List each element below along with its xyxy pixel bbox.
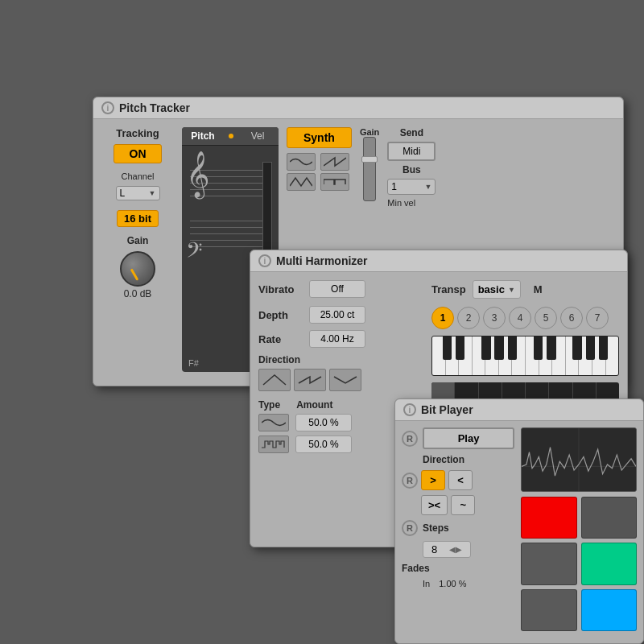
gain-col: Gain bbox=[360, 127, 379, 201]
on-button[interactable]: ON bbox=[114, 144, 162, 163]
pitch-tracker-titlebar: i Pitch Tracker bbox=[93, 97, 623, 119]
tracking-label: Tracking bbox=[116, 127, 159, 139]
min-vel-label: Min vel bbox=[387, 198, 436, 208]
play-r-badge: R bbox=[402, 431, 418, 447]
gain-slider[interactable] bbox=[363, 137, 376, 201]
channel-select[interactable]: L ▼ bbox=[116, 186, 160, 200]
pulse-type-icon[interactable] bbox=[258, 436, 289, 453]
vibrato-label: Vibrato bbox=[258, 283, 303, 295]
depth-label: Depth bbox=[258, 309, 303, 321]
steps-r-badge: R bbox=[402, 520, 418, 536]
bus-select[interactable]: 1 ▼ bbox=[387, 179, 436, 195]
dir-altsaw-btn[interactable] bbox=[329, 369, 361, 391]
amount1-value[interactable]: 50.0 % bbox=[295, 414, 352, 431]
piano-black-key-gs2[interactable] bbox=[586, 336, 596, 360]
voice-btn-7[interactable]: 7 bbox=[586, 307, 609, 329]
voice-btn-6[interactable]: 6 bbox=[560, 307, 583, 329]
info-icon[interactable]: i bbox=[101, 101, 114, 114]
voice-btn-3[interactable]: 3 bbox=[483, 307, 506, 329]
backward-btn[interactable]: < bbox=[448, 470, 473, 490]
steps-value-box[interactable]: 8 ◀▶ bbox=[423, 541, 471, 558]
vibrato-value[interactable]: Off bbox=[309, 280, 365, 298]
transp-select[interactable]: basic ▼ bbox=[473, 280, 521, 299]
piano-black-key-fs[interactable] bbox=[481, 336, 491, 360]
piano-black-key-ds2[interactable] bbox=[547, 336, 556, 360]
piano-keyboard[interactable] bbox=[431, 336, 619, 376]
fades-value: 1.00 % bbox=[439, 579, 466, 588]
multi-harmonizer-title: Multi Harmonizer bbox=[276, 254, 368, 267]
both-arrows-btn[interactable]: >< bbox=[421, 495, 448, 515]
pad-5[interactable] bbox=[521, 589, 577, 631]
gain-knob-container: 0.0 dB bbox=[120, 251, 155, 299]
triangle-wave-btn[interactable] bbox=[287, 173, 316, 191]
pads-grid bbox=[521, 497, 637, 631]
piano-black-key-gs[interactable] bbox=[494, 336, 504, 360]
pad-4[interactable] bbox=[581, 543, 638, 584]
dir-saw-btn[interactable] bbox=[294, 369, 326, 391]
fades-label: Fades bbox=[402, 563, 430, 574]
pitch-tab[interactable]: Pitch bbox=[182, 127, 224, 145]
gain-label2: Gain bbox=[360, 127, 379, 137]
sawtooth-wave-btn[interactable] bbox=[320, 153, 349, 171]
rate-label: Rate bbox=[258, 333, 303, 345]
synth-row: Synth bbox=[287, 127, 615, 208]
waveform-buttons bbox=[287, 153, 352, 191]
pad-6[interactable] bbox=[581, 589, 638, 631]
synth-button[interactable]: Synth bbox=[287, 127, 352, 148]
forward-btn[interactable]: > bbox=[421, 470, 445, 490]
direction-buttons bbox=[258, 369, 419, 391]
note-label: F# bbox=[188, 358, 199, 368]
steps-value: 8 bbox=[431, 543, 437, 555]
play-button[interactable]: Play bbox=[423, 427, 514, 449]
pitch-tracker-title: Pitch Tracker bbox=[119, 101, 190, 114]
gain-value: 0.0 dB bbox=[124, 288, 152, 299]
voice-btn-5[interactable]: 5 bbox=[535, 307, 557, 329]
voice-btn-1[interactable]: 1 bbox=[431, 307, 454, 329]
direction-label: Direction bbox=[258, 354, 419, 365]
rate-value[interactable]: 4.00 Hz bbox=[309, 330, 365, 348]
gain-knob[interactable] bbox=[120, 251, 155, 287]
channel-label: Channel bbox=[122, 171, 155, 181]
waveform-svg bbox=[522, 428, 636, 492]
dir-up-btn[interactable] bbox=[258, 369, 291, 391]
channel-dropdown-arrow: ▼ bbox=[149, 189, 156, 197]
vel-tab[interactable]: Vel bbox=[237, 127, 279, 145]
type-col-label: Type bbox=[258, 399, 280, 411]
vibrato-row: Vibrato Off bbox=[258, 280, 419, 298]
voice-btn-4[interactable]: 4 bbox=[509, 307, 531, 329]
sine-wave-btn[interactable] bbox=[287, 153, 316, 171]
piano-black-key-as2[interactable] bbox=[599, 336, 609, 360]
amount2-value[interactable]: 50.0 % bbox=[295, 436, 352, 453]
tilde-btn[interactable]: ~ bbox=[451, 495, 475, 515]
treble-clef: 𝄞 bbox=[186, 154, 210, 194]
transp-dropdown-arrow: ▼ bbox=[508, 286, 515, 294]
piano-black-key-fs2[interactable] bbox=[572, 336, 582, 360]
direction-section: Direction bbox=[258, 354, 419, 391]
sine-type-icon[interactable] bbox=[258, 414, 289, 431]
tracking-section: Tracking ON Channel L ▼ 16 bit Gain 0.0 … bbox=[101, 127, 174, 372]
steps-row: R Steps bbox=[402, 520, 514, 536]
square-wave-btn[interactable] bbox=[320, 173, 349, 191]
bit-player-panel: i Bit Player R Play Direction R > < >< ~… bbox=[394, 398, 644, 644]
pad-2[interactable] bbox=[581, 497, 638, 539]
bit-player-info-icon[interactable]: i bbox=[403, 403, 416, 416]
voice-btn-2[interactable]: 2 bbox=[457, 307, 480, 329]
direction-r-badge: R bbox=[402, 473, 418, 489]
bit-display[interactable]: 16 bit bbox=[117, 210, 159, 227]
piano-black-key-cs2[interactable] bbox=[534, 336, 543, 360]
gain-label: Gain bbox=[127, 235, 149, 246]
staff-tabs: Pitch Vel bbox=[182, 127, 279, 146]
bit-player-title: Bit Player bbox=[421, 403, 473, 416]
piano-black-key-as[interactable] bbox=[508, 336, 518, 360]
depth-value[interactable]: 25.00 ct bbox=[309, 306, 365, 324]
harmonizer-info-icon[interactable]: i bbox=[258, 254, 271, 267]
direction-row2: >< ~ bbox=[421, 495, 514, 515]
transp-row: Transp basic ▼ M bbox=[431, 280, 619, 299]
pad-3[interactable] bbox=[521, 543, 577, 584]
pad-1[interactable] bbox=[521, 497, 577, 539]
midi-button[interactable]: Midi bbox=[387, 142, 436, 161]
rate-row: Rate 4.00 Hz bbox=[258, 330, 419, 348]
piano-black-key-ds[interactable] bbox=[456, 336, 465, 360]
piano-black-key-cs[interactable] bbox=[443, 336, 452, 360]
bit-player-left: R Play Direction R > < >< ~ R Steps 8 ◀▶ bbox=[402, 427, 514, 631]
